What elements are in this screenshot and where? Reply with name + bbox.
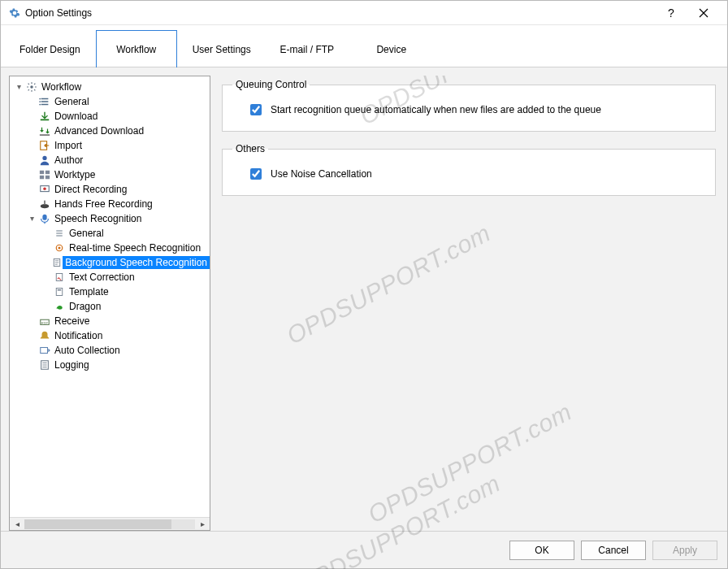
tree-item-worktype[interactable]: Worktype — [10, 167, 210, 182]
scroll-track[interactable] — [24, 519, 195, 529]
tab-email-ftp[interactable]: E-mail / FTP — [266, 30, 348, 67]
svg-rect-5 — [40, 134, 50, 135]
expander-icon[interactable]: ▾ — [13, 83, 24, 91]
apply-button[interactable]: Apply — [652, 541, 717, 560]
tree-label: Dragon — [67, 300, 103, 313]
tree-label: Import — [52, 139, 84, 152]
tree-item-sr-dragon[interactable]: Dragon — [10, 299, 210, 314]
tree-item-download[interactable]: Download — [10, 109, 210, 124]
tree-label: Background Speech Recognition — [63, 256, 210, 269]
ok-button[interactable]: OK — [509, 541, 574, 560]
tab-user-settings[interactable]: User Settings — [180, 30, 263, 67]
gear-icon — [24, 81, 39, 93]
hands-free-icon — [37, 198, 52, 210]
auto-collection-icon — [37, 345, 52, 356]
tree-item-speech-recognition[interactable]: ▾ Speech Recognition — [10, 211, 210, 226]
svg-point-0 — [30, 85, 33, 89]
svg-point-13 — [43, 187, 46, 190]
main-area: ▾ Workflow General Download Advanced Dow… — [1, 67, 727, 531]
tree-item-author[interactable]: Author — [10, 153, 210, 167]
svg-rect-25 — [41, 348, 48, 354]
tree-item-sr-template[interactable]: Template — [10, 284, 210, 299]
svg-rect-9 — [46, 171, 50, 174]
tree-item-auto-collection[interactable]: Auto Collection — [10, 343, 210, 358]
tree-root-workflow[interactable]: ▾ Workflow — [10, 80, 210, 94]
button-label: Cancel — [598, 545, 628, 556]
group-legend: Others — [232, 143, 268, 154]
list-icon — [37, 96, 52, 107]
tree-item-import[interactable]: Import — [10, 138, 210, 153]
tree-label: General — [67, 227, 106, 240]
speech-icon — [37, 213, 52, 224]
scroll-left-icon[interactable]: ◂ — [10, 519, 24, 528]
button-label: OK — [535, 545, 548, 556]
dragon-icon — [52, 302, 67, 311]
tree-item-hands-free-recording[interactable]: Hands Free Recording — [10, 197, 210, 211]
download-icon — [37, 111, 52, 122]
titlebar: Option Settings ? — [1, 1, 727, 25]
tree-item-general[interactable]: General — [10, 94, 210, 109]
queuing-auto-start-row: Start recognition queue automatically wh… — [232, 98, 705, 121]
svg-rect-22 — [58, 289, 62, 291]
import-icon — [37, 140, 52, 151]
tree-item-sr-general[interactable]: General — [10, 226, 210, 241]
tree-label: Direct Recording — [52, 183, 129, 196]
settings-content: Queuing Control Start recognition queue … — [219, 76, 719, 531]
others-group: Others Use Noise Cancellation — [222, 143, 716, 196]
svg-rect-4 — [41, 119, 50, 121]
noise-cancellation-checkbox[interactable] — [250, 168, 262, 180]
worktype-icon — [37, 169, 52, 180]
list-icon — [52, 228, 67, 238]
close-button[interactable] — [685, 1, 722, 25]
tree-label: Auto Collection — [52, 344, 123, 357]
tree-item-logging[interactable]: Logging — [10, 358, 210, 372]
scroll-right-icon[interactable]: ▸ — [195, 519, 210, 528]
tab-label: Folder Design — [20, 44, 80, 55]
button-label: Apply — [673, 545, 697, 556]
tab-folder-design[interactable]: Folder Design — [7, 30, 93, 67]
group-legend: Queuing Control — [232, 79, 310, 90]
svg-point-18 — [58, 247, 61, 250]
option-settings-window: Option Settings ? Folder Design Workflow… — [0, 0, 728, 569]
svg-rect-21 — [56, 289, 63, 296]
tree-label: Notification — [52, 329, 105, 342]
tab-workflow[interactable]: Workflow — [96, 30, 177, 67]
template-icon — [52, 287, 67, 297]
tree-label: Worktype — [52, 168, 98, 181]
record-dot-icon — [52, 243, 67, 253]
direct-recording-icon — [37, 184, 52, 195]
tree-item-advanced-download[interactable]: Advanced Download — [10, 124, 210, 138]
logging-icon — [37, 359, 52, 371]
tree-item-direct-recording[interactable]: Direct Recording — [10, 182, 210, 197]
cancel-button[interactable]: Cancel — [581, 541, 646, 560]
svg-rect-11 — [46, 176, 50, 179]
watermark-text: OPDSUPPORT.com — [282, 219, 495, 350]
tab-label: Workflow — [116, 44, 156, 55]
svg-rect-8 — [40, 171, 44, 174]
expander-icon[interactable]: ▾ — [26, 215, 37, 223]
queuing-auto-start-checkbox[interactable] — [250, 104, 262, 115]
help-button[interactable]: ? — [657, 1, 685, 25]
dialog-footer: OK Cancel Apply — [1, 531, 727, 568]
advanced-download-icon — [37, 125, 52, 137]
tree-item-sr-text-correction[interactable]: Text Correction — [10, 270, 210, 284]
scroll-thumb[interactable] — [24, 519, 171, 529]
tree-item-sr-realtime[interactable]: Real-time Speech Recognition — [10, 241, 210, 255]
tree-item-receive[interactable]: FTP Receive — [10, 314, 210, 328]
settings-tree[interactable]: ▾ Workflow General Download Advanced Dow… — [10, 76, 210, 517]
tab-device[interactable]: Device — [351, 30, 432, 67]
settings-icon — [9, 7, 20, 19]
svg-text:FTP: FTP — [41, 321, 48, 325]
horizontal-scrollbar[interactable]: ◂ ▸ — [10, 517, 210, 530]
svg-rect-20 — [56, 274, 63, 281]
receive-icon: FTP — [37, 315, 52, 327]
tree-item-notification[interactable]: Notification — [10, 328, 210, 343]
queuing-control-group: Queuing Control Start recognition queue … — [222, 79, 716, 132]
checkbox-label: Start recognition queue automatically wh… — [271, 104, 601, 115]
document-icon — [50, 258, 63, 267]
tree-item-sr-background[interactable]: Background Speech Recognition — [10, 255, 210, 270]
tree-label: Advanced Download — [52, 124, 146, 137]
noise-cancellation-row: Use Noise Cancellation — [232, 163, 705, 185]
checkbox-label: Use Noise Cancellation — [271, 168, 372, 180]
author-icon — [37, 154, 52, 166]
